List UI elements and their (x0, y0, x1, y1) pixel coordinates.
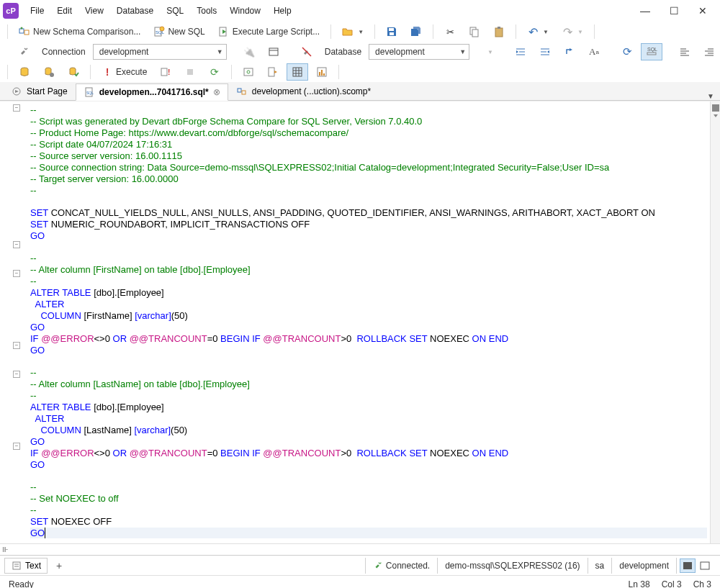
horizontal-scroll-area[interactable]: ⊪ (0, 543, 720, 555)
svg-rect-8 (389, 28, 394, 31)
tab-active-sql[interactable]: SQL developmen...7041716.sql* ⊗ (76, 83, 228, 101)
chevron-down-icon (712, 113, 719, 119)
undo-button[interactable]: ↶ ▼ (522, 23, 554, 40)
menu-view[interactable]: View (79, 3, 109, 19)
connection-icon-button[interactable] (13, 43, 35, 60)
svg-rect-62 (238, 89, 241, 92)
menu-sql[interactable]: SQL (161, 3, 189, 19)
format-indent-button[interactable] (510, 43, 531, 60)
svg-rect-42 (161, 68, 167, 76)
fold-icon[interactable]: − (13, 371, 20, 378)
view-mode-1-button[interactable] (680, 558, 696, 573)
align-left-button[interactable] (674, 43, 696, 60)
tab-compare[interactable]: development (...uction).scomp* (228, 83, 379, 100)
execute-large-icon (218, 26, 230, 37)
fold-icon[interactable]: − (13, 270, 20, 277)
fold-icon[interactable]: − (13, 443, 20, 450)
undo-icon: ↶ (527, 26, 539, 37)
fold-icon[interactable]: − (13, 241, 20, 248)
toolbar-row-3: ! Execute ! ⟳ (0, 62, 720, 82)
code-content[interactable]: -- -- Script was generated by Devart dbF… (26, 101, 710, 543)
database-dropdown[interactable]: development ▼ (369, 44, 469, 60)
query-builder-button[interactable] (238, 63, 259, 81)
editor-gutter: − − − − − − (0, 101, 26, 543)
tab-start-page[interactable]: Start Page (3, 83, 76, 100)
redo-button[interactable]: ↷ ▼ (557, 23, 588, 40)
close-button[interactable]: ✕ (688, 0, 717, 22)
disconnect-button[interactable] (296, 43, 318, 60)
menu-window[interactable]: Window (224, 3, 266, 19)
menu-file[interactable]: File (24, 3, 50, 19)
new-sql-button[interactable]: SQL New SQL (148, 23, 210, 40)
tabs-overflow-button[interactable]: ▼ (701, 92, 720, 100)
split-handle-icon[interactable]: ⊪ (0, 546, 10, 553)
svg-marker-48 (274, 71, 277, 73)
db-1-button[interactable] (14, 63, 35, 81)
connection-action-1[interactable]: 🔌 (238, 43, 260, 60)
connection-value: development (99, 47, 149, 57)
cut-button[interactable]: ✂ (439, 23, 461, 40)
font-size-button[interactable]: Aa (583, 43, 605, 60)
execute-selection-button[interactable]: ! (155, 63, 176, 81)
new-schema-comparison-button[interactable]: New Schema Comparison... (14, 23, 145, 40)
stop-button[interactable] (179, 63, 201, 81)
connection-action-2[interactable] (263, 43, 284, 60)
outdent-icon (539, 46, 551, 58)
chevron-down-icon: ▼ (487, 49, 493, 55)
align-right-button[interactable] (698, 43, 720, 60)
svg-text:SQL: SQL (86, 91, 94, 95)
refresh-button[interactable] (559, 43, 580, 60)
add-tab-button[interactable]: + (50, 558, 68, 573)
database-icon (19, 66, 30, 78)
bottom-tabs: Text + Connected. demo-mssql\SQLEXPRESS0… (0, 555, 720, 575)
overview-ruler[interactable] (710, 101, 720, 543)
execute-large-script-button[interactable]: Execute Large Script... (213, 23, 325, 40)
new-sql-icon: SQL (153, 26, 165, 37)
window-icon (268, 46, 279, 58)
minimize-button[interactable]: — (631, 0, 660, 22)
code-editor[interactable]: − − − − − − -- -- Script was generated b… (0, 101, 720, 543)
svg-text:!: ! (168, 68, 170, 76)
plug-connected-icon (373, 561, 383, 571)
reload-button[interactable]: ⟳ (204, 63, 225, 81)
sql-mode-button[interactable]: SQL (641, 43, 662, 60)
menu-edit[interactable]: Edit (51, 3, 78, 19)
execute-label: Execute (116, 67, 147, 77)
paste-button[interactable] (488, 23, 510, 40)
tab-close-icon[interactable]: ⊗ (213, 87, 220, 97)
execute-button[interactable]: ! Execute (96, 63, 152, 81)
save-button[interactable] (381, 23, 402, 40)
db-action-dropdown[interactable]: ▼ (481, 43, 498, 60)
profiler-button[interactable] (311, 63, 333, 81)
fold-icon[interactable]: − (13, 342, 20, 349)
svg-rect-0 (19, 29, 24, 33)
split-handle-icon[interactable] (712, 104, 719, 112)
fold-icon[interactable]: − (13, 104, 20, 112)
grid-view-button[interactable] (287, 63, 308, 81)
copy-button[interactable] (464, 23, 485, 40)
db-3-button[interactable] (63, 63, 84, 81)
reload-icon: ⟳ (209, 66, 220, 78)
menu-database[interactable]: Database (111, 3, 159, 19)
export-button[interactable] (262, 63, 284, 81)
schema-compare-icon (236, 86, 248, 97)
svg-point-46 (247, 71, 250, 73)
titlebar: cP File Edit View Database SQL Tools Win… (0, 0, 720, 22)
user-name: sa (588, 558, 612, 574)
view-mode-2-button[interactable] (697, 558, 713, 573)
refresh-button[interactable]: ⟳ (616, 43, 638, 60)
format-outdent-button[interactable] (534, 43, 556, 60)
db-2-button[interactable] (38, 63, 60, 81)
bottom-tab-text[interactable]: Text (4, 558, 48, 574)
maximize-button[interactable]: ☐ (660, 0, 688, 22)
open-button[interactable]: ▼ (337, 23, 369, 40)
chevron-down-icon: ▼ (577, 29, 583, 35)
svg-rect-12 (495, 28, 503, 37)
menu-tools[interactable]: Tools (191, 3, 222, 19)
chevron-down-icon: ▼ (358, 29, 364, 35)
menu-help[interactable]: Help (268, 3, 297, 19)
chevron-down-icon: ▼ (217, 48, 223, 55)
save-all-button[interactable] (405, 23, 427, 40)
chevron-down-icon: ▼ (543, 29, 549, 35)
connection-dropdown[interactable]: development ▼ (93, 44, 227, 60)
